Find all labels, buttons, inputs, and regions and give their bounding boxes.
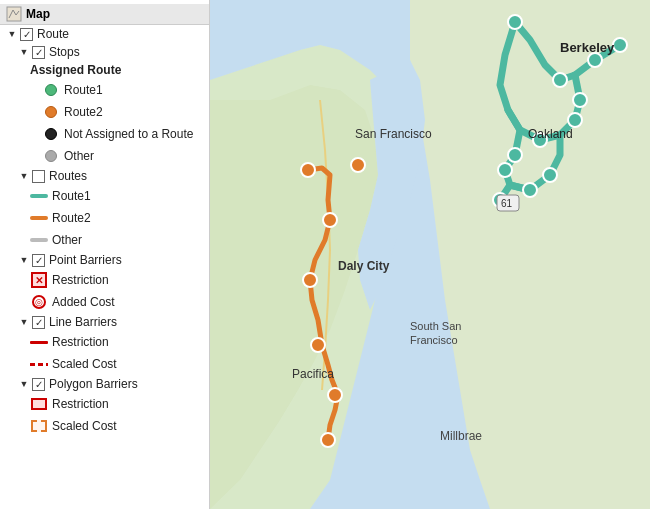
other-routes-symbol bbox=[30, 231, 48, 249]
sidebar-item-route2-stop[interactable]: Route2 bbox=[0, 101, 209, 123]
pb-added-cost-symbol: ◎ bbox=[30, 293, 48, 311]
map-svg: Berkeley Oakland San Francisco Daly City… bbox=[210, 0, 650, 509]
sidebar-item-route1-line[interactable]: Route1 bbox=[0, 185, 209, 207]
route2-line-symbol bbox=[30, 209, 48, 227]
svg-point-11 bbox=[553, 73, 567, 87]
svg-point-14 bbox=[543, 168, 557, 182]
svg-point-8 bbox=[508, 15, 522, 29]
other-routes-label: Other bbox=[52, 233, 82, 247]
svg-point-15 bbox=[573, 93, 587, 107]
svg-point-9 bbox=[613, 38, 627, 52]
sidebar-item-plb-restriction[interactable]: Restriction bbox=[0, 393, 209, 415]
svg-text:Oakland: Oakland bbox=[528, 127, 573, 141]
sidebar-item-polygon-barriers[interactable]: Polygon Barriers bbox=[0, 375, 209, 393]
sidebar-item-pb-restriction[interactable]: ✕ Restriction bbox=[0, 269, 209, 291]
route-label: Route bbox=[37, 27, 69, 41]
svg-point-3 bbox=[303, 273, 317, 287]
sidebar-item-other-stops[interactable]: Other bbox=[0, 145, 209, 167]
route1-line-label: Route1 bbox=[52, 189, 91, 203]
line-barriers-checkbox[interactable] bbox=[32, 316, 45, 329]
plb-restriction-symbol bbox=[30, 395, 48, 413]
svg-point-4 bbox=[311, 338, 325, 352]
lb-restriction-label: Restriction bbox=[52, 335, 109, 349]
sidebar-item-routes[interactable]: Routes bbox=[0, 167, 209, 185]
panel-header[interactable]: Map bbox=[0, 4, 209, 25]
not-assigned-symbol bbox=[42, 125, 60, 143]
sidebar-item-pb-added-cost[interactable]: ◎ Added Cost bbox=[0, 291, 209, 313]
plb-restriction-label: Restriction bbox=[52, 397, 109, 411]
svg-text:Berkeley: Berkeley bbox=[560, 40, 615, 55]
svg-point-10 bbox=[588, 53, 602, 67]
route1-line-symbol bbox=[30, 187, 48, 205]
map-icon bbox=[6, 6, 22, 22]
route2-stop-symbol bbox=[42, 103, 60, 121]
routes-label: Routes bbox=[49, 169, 87, 183]
plb-scaled-cost-symbol bbox=[30, 417, 48, 435]
lb-restriction-symbol bbox=[30, 333, 48, 351]
sidebar-item-lb-scaled-cost[interactable]: Scaled Cost bbox=[0, 353, 209, 375]
arrow-icon bbox=[18, 316, 30, 328]
sidebar-item-stops[interactable]: Stops bbox=[0, 43, 209, 61]
svg-text:Daly City: Daly City bbox=[338, 259, 390, 273]
arrow-icon bbox=[6, 28, 18, 40]
map-canvas[interactable]: Berkeley Oakland San Francisco Daly City… bbox=[210, 0, 650, 509]
svg-text:San Francisco: San Francisco bbox=[355, 127, 432, 141]
pb-restriction-label: Restriction bbox=[52, 273, 109, 287]
sidebar-item-route1-stop[interactable]: Route1 bbox=[0, 79, 209, 101]
route2-line-label: Route2 bbox=[52, 211, 91, 225]
svg-point-6 bbox=[321, 433, 335, 447]
stops-checkbox[interactable] bbox=[32, 46, 45, 59]
sidebar-item-point-barriers[interactable]: Point Barriers bbox=[0, 251, 209, 269]
route-checkbox[interactable] bbox=[20, 28, 33, 41]
assigned-route-header: Assigned Route bbox=[0, 61, 209, 79]
svg-text:South San: South San bbox=[410, 320, 461, 332]
svg-point-17 bbox=[508, 148, 522, 162]
svg-point-18 bbox=[523, 183, 537, 197]
route1-stop-label: Route1 bbox=[64, 83, 103, 97]
assigned-route-label: Assigned Route bbox=[30, 63, 121, 77]
stops-label: Stops bbox=[49, 45, 80, 59]
arrow-icon bbox=[18, 170, 30, 182]
pb-restriction-symbol: ✕ bbox=[30, 271, 48, 289]
svg-text:Francisco: Francisco bbox=[410, 334, 458, 346]
svg-text:Pacifica: Pacifica bbox=[292, 367, 334, 381]
lb-scaled-cost-label: Scaled Cost bbox=[52, 357, 117, 371]
svg-point-12 bbox=[568, 113, 582, 127]
svg-point-1 bbox=[301, 163, 315, 177]
plb-scaled-cost-label: Scaled Cost bbox=[52, 419, 117, 433]
sidebar-item-line-barriers[interactable]: Line Barriers bbox=[0, 313, 209, 331]
svg-text:Millbrae: Millbrae bbox=[440, 429, 482, 443]
point-barriers-label: Point Barriers bbox=[49, 253, 122, 267]
sidebar-item-plb-scaled-cost[interactable]: Scaled Cost bbox=[0, 415, 209, 437]
route2-stop-label: Route2 bbox=[64, 105, 103, 119]
routes-checkbox[interactable] bbox=[32, 170, 45, 183]
route1-stop-symbol bbox=[42, 81, 60, 99]
sidebar-item-other-routes[interactable]: Other bbox=[0, 229, 209, 251]
svg-text:61: 61 bbox=[501, 198, 513, 209]
svg-rect-0 bbox=[7, 7, 21, 21]
polygon-barriers-checkbox[interactable] bbox=[32, 378, 45, 391]
svg-point-5 bbox=[328, 388, 342, 402]
polygon-barriers-label: Polygon Barriers bbox=[49, 377, 138, 391]
lb-scaled-cost-symbol bbox=[30, 355, 48, 373]
svg-point-7 bbox=[351, 158, 365, 172]
sidebar-item-route[interactable]: Route bbox=[0, 25, 209, 43]
arrow-icon bbox=[18, 254, 30, 266]
svg-point-19 bbox=[498, 163, 512, 177]
pb-added-cost-label: Added Cost bbox=[52, 295, 115, 309]
sidebar-item-lb-restriction[interactable]: Restriction bbox=[0, 331, 209, 353]
svg-point-2 bbox=[323, 213, 337, 227]
not-assigned-label: Not Assigned to a Route bbox=[64, 127, 193, 141]
layer-panel: Map Route Stops Assigned Route Route1 Ro… bbox=[0, 0, 210, 509]
panel-title: Map bbox=[26, 7, 50, 21]
sidebar-item-route2-line[interactable]: Route2 bbox=[0, 207, 209, 229]
arrow-icon bbox=[18, 46, 30, 58]
other-stops-symbol bbox=[42, 147, 60, 165]
point-barriers-checkbox[interactable] bbox=[32, 254, 45, 267]
line-barriers-label: Line Barriers bbox=[49, 315, 117, 329]
sidebar-item-not-assigned[interactable]: Not Assigned to a Route bbox=[0, 123, 209, 145]
other-stops-label: Other bbox=[64, 149, 94, 163]
arrow-icon bbox=[18, 378, 30, 390]
